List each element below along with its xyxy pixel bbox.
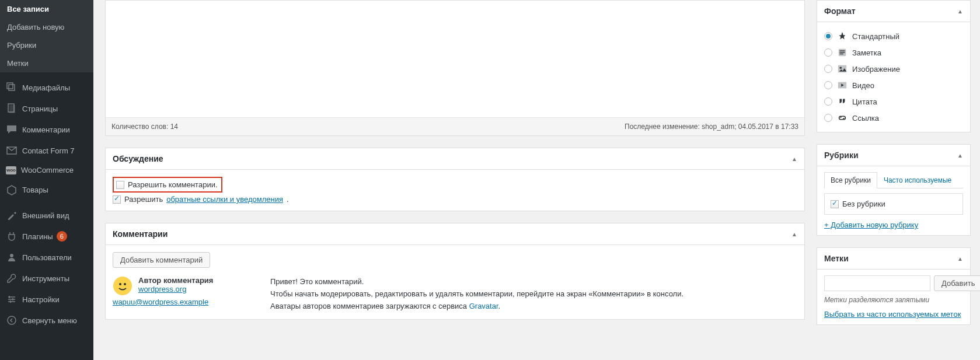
tools-icon — [6, 272, 18, 284]
image-icon — [837, 64, 848, 74]
svg-rect-9 — [840, 50, 845, 51]
format-option-quote[interactable]: Цитата — [824, 93, 963, 110]
tab-used-categories[interactable]: Часто используемые — [877, 172, 958, 188]
categories-title: Рубрики — [824, 151, 859, 160]
comment-author-email[interactable]: wapuu@wordpress.example — [113, 298, 259, 306]
format-radio[interactable] — [824, 114, 832, 122]
gravatar-link[interactable]: Gravatar — [469, 302, 498, 310]
last-edit: Последнее изменение: shop_adm; 04.05.201… — [625, 123, 798, 131]
sidebar-item-media[interactable]: Медиафайлы — [0, 77, 93, 98]
aside-icon — [837, 47, 848, 58]
format-panel: Формат ▲ Стандартный Заметка — [817, 0, 971, 132]
discussion-panel: Обсуждение ▲ Разрешить комментарии. Разр… — [105, 148, 805, 211]
sidebar-item-comments[interactable]: Комментарии — [0, 119, 93, 140]
format-radio[interactable] — [824, 65, 832, 73]
format-label: Ссылка — [852, 114, 879, 123]
category-label: Без рубрики — [842, 200, 885, 208]
choose-tags-link[interactable]: Выбрать из часто используемых меток — [824, 310, 961, 319]
category-list-box: Без рубрики — [824, 193, 963, 215]
collapse-icon: ▲ — [957, 152, 963, 159]
pings-link[interactable]: обратные ссылки и уведомления — [166, 195, 283, 204]
video-icon — [837, 80, 848, 90]
allow-comments-label: Разрешить комментарии. — [128, 180, 218, 189]
sidebar-item-plugins[interactable]: Плагины 6 — [0, 226, 93, 247]
link-icon — [837, 113, 848, 123]
format-title: Формат — [824, 6, 856, 16]
sidebar-sub-categories[interactable]: Рубрики — [0, 36, 93, 54]
format-panel-header[interactable]: Формат ▲ — [817, 1, 970, 22]
sidebar-item-settings[interactable]: Настройки — [0, 289, 93, 310]
sidebar-sub-all-posts[interactable]: Все записи — [0, 0, 93, 18]
category-tabs: Все рубрики Часто используемые — [824, 172, 963, 188]
sidebar-item-collapse[interactable]: Свернуть меню — [0, 310, 93, 331]
sidebar-label: Настройки — [22, 295, 60, 304]
pin-icon — [837, 31, 848, 41]
sidebar-label: Комментарии — [22, 125, 70, 134]
sidebar-sub-add-new[interactable]: Добавить новую — [0, 18, 93, 36]
avatar — [113, 276, 132, 298]
sidebar-item-tools[interactable]: Инструменты — [0, 268, 93, 289]
sidebar-item-products[interactable]: Товары — [0, 179, 93, 200]
tags-panel-header[interactable]: Метки ▲ — [817, 248, 970, 270]
media-icon — [6, 82, 18, 93]
woocommerce-icon: woo — [6, 166, 16, 174]
svg-point-7 — [124, 283, 126, 285]
sidebar-label: Пользователи — [22, 253, 72, 262]
collapse-icon: ▲ — [791, 156, 797, 162]
sidebar-item-woocommerce[interactable]: woo WooCommerce — [0, 161, 93, 179]
sidebar-label: Инструменты — [22, 274, 69, 283]
appearance-icon — [6, 209, 18, 221]
format-label: Стандартный — [852, 32, 899, 41]
tags-input[interactable] — [824, 275, 930, 291]
tab-all-categories[interactable]: Все рубрики — [824, 172, 877, 188]
sidebar-label: Страницы — [22, 104, 58, 113]
tags-title: Метки — [824, 254, 849, 263]
comment-author-site[interactable]: wordpress.org — [138, 285, 186, 293]
editor-footer: Количество слов: 14 Последнее изменение:… — [106, 117, 804, 135]
category-checkbox[interactable] — [831, 200, 839, 208]
sidebar-item-users[interactable]: Пользователи — [0, 247, 93, 268]
allow-pings-checkbox[interactable] — [113, 195, 121, 204]
editor-textarea[interactable] — [106, 1, 804, 117]
comment-author-name: Автор комментария — [113, 276, 259, 285]
sidebar-label: Товары — [22, 186, 48, 194]
format-radio[interactable] — [824, 32, 832, 40]
discussion-title: Обсуждение — [113, 154, 163, 163]
format-option-aside[interactable]: Заметка — [824, 44, 963, 61]
collapse-icon: ▲ — [957, 256, 963, 262]
sidebar-label: Свернуть меню — [22, 316, 77, 325]
add-tag-button[interactable]: Добавить — [934, 275, 980, 291]
collapse-icon — [6, 314, 18, 326]
sidebar-item-appearance[interactable]: Внешний вид — [0, 205, 93, 226]
discussion-panel-header[interactable]: Обсуждение ▲ — [106, 148, 804, 170]
format-radio[interactable] — [824, 48, 832, 57]
categories-panel-header[interactable]: Рубрики ▲ — [817, 145, 970, 166]
editor-box: Количество слов: 14 Последнее изменение:… — [105, 0, 805, 136]
collapse-icon: ▲ — [957, 8, 963, 15]
collapse-icon: ▲ — [791, 231, 797, 237]
mail-icon — [6, 145, 18, 156]
allow-comments-highlight: Разрешить комментарии. — [113, 177, 222, 193]
format-label: Заметка — [852, 48, 881, 57]
format-radio[interactable] — [824, 81, 832, 89]
pages-icon — [6, 103, 18, 114]
allow-comments-checkbox[interactable] — [116, 181, 124, 189]
format-option-image[interactable]: Изображение — [824, 61, 963, 77]
format-option-standard[interactable]: Стандартный — [824, 28, 963, 44]
comments-panel-header[interactable]: Комментарии ▲ — [106, 223, 804, 245]
sidebar-item-pages[interactable]: Страницы — [0, 98, 93, 119]
svg-point-13 — [840, 67, 842, 69]
format-label: Цитата — [852, 97, 877, 106]
svg-point-3 — [10, 254, 13, 257]
comment-line: Привет! Это комментарий. — [270, 276, 797, 288]
sidebar-item-cf7[interactable]: Contact Form 7 — [0, 140, 93, 161]
add-comment-button[interactable]: Добавить комментарий — [113, 252, 210, 268]
sidebar-sub-tags[interactable]: Метки — [0, 54, 93, 72]
plugins-icon — [6, 230, 18, 242]
format-option-video[interactable]: Видео — [824, 77, 963, 93]
format-radio[interactable] — [824, 97, 832, 106]
add-category-link[interactable]: + Добавить новую рубрику — [824, 221, 918, 229]
svg-rect-1 — [9, 105, 15, 113]
format-option-link[interactable]: Ссылка — [824, 110, 963, 126]
word-count: Количество слов: 14 — [111, 123, 178, 131]
